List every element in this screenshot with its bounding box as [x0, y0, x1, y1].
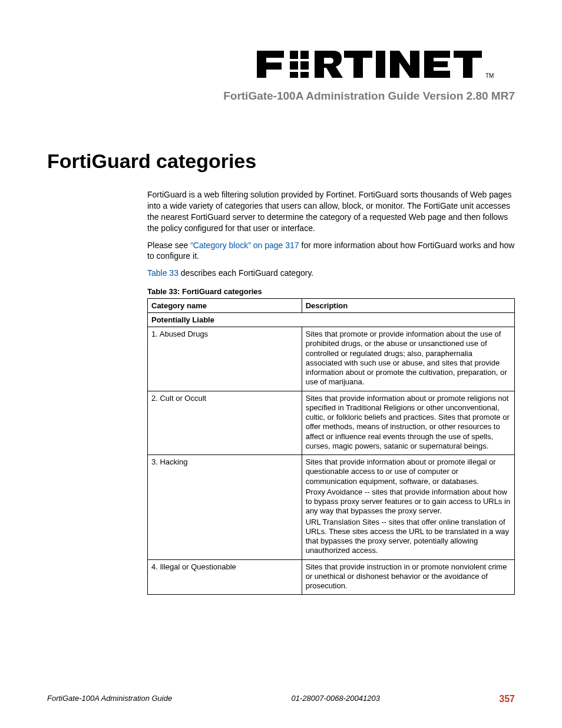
table-row: 3. Hacking Sites that provide informatio…: [148, 455, 515, 560]
table-section-label: Potentially Liable: [148, 313, 515, 327]
brand-logo: TM: [47, 47, 515, 84]
footer-page-number: 357: [499, 694, 515, 704]
table-row: 1. Abused Drugs Sites that promote or pr…: [148, 327, 515, 391]
table-caption: Table 33: FortiGuard categories: [147, 287, 515, 296]
category-desc-cell: Sites that promote or provide informatio…: [302, 327, 514, 391]
desc-text: URL Translation Sites -- sites that offe…: [306, 518, 511, 556]
svg-rect-5: [300, 72, 309, 78]
svg-rect-1: [300, 51, 309, 59]
category-block-link[interactable]: “Category block” on page 317: [190, 241, 299, 250]
document-title: FortiGate-100A Administration Guide Vers…: [47, 90, 515, 103]
see-also-paragraph: Please see “Category block” on page 317 …: [147, 240, 515, 262]
table-header-category: Category name: [148, 299, 302, 313]
category-name-cell: 3. Hacking: [148, 455, 302, 560]
categories-table: Category name Description Potentially Li…: [147, 298, 515, 595]
page-title: FortiGuard categories: [47, 150, 515, 173]
svg-rect-3: [300, 61, 309, 70]
table-section-row: Potentially Liable: [148, 313, 515, 327]
desc-text: Sites that provide information about or …: [306, 394, 511, 452]
table-row: 2. Cult or Occult Sites that provide inf…: [148, 391, 515, 455]
footer-left: FortiGate-100A Administration Guide: [47, 694, 172, 704]
page-footer: FortiGate-100A Administration Guide 01-2…: [47, 694, 515, 704]
svg-text:TM: TM: [485, 73, 494, 79]
category-name-cell: 2. Cult or Occult: [148, 391, 302, 455]
desc-text: Sites that provide instruction in or pro…: [306, 562, 511, 591]
fortinet-logo-icon: TM: [256, 47, 515, 81]
category-desc-cell: Sites that provide information about or …: [302, 391, 514, 455]
intro-paragraph: FortiGuard is a web filtering solution p…: [147, 189, 515, 234]
desc-text: Sites that provide information about or …: [306, 457, 511, 486]
table-row: 4. Illegal or Questionable Sites that pr…: [148, 559, 515, 595]
table-header-description: Description: [302, 299, 514, 313]
svg-rect-4: [290, 72, 298, 78]
footer-center: 01-28007-0068-20041203: [292, 694, 380, 704]
svg-rect-2: [290, 61, 298, 70]
category-name-cell: 1. Abused Drugs: [148, 327, 302, 391]
table-reference-paragraph: Table 33 describes each FortiGuard categ…: [147, 268, 515, 279]
desc-text: Proxy Avoidance -- sites that provide in…: [306, 487, 511, 516]
desc-text: Sites that promote or provide informatio…: [306, 330, 511, 387]
svg-rect-0: [290, 51, 298, 59]
table-ref-suffix: describes each FortiGuard category.: [178, 268, 313, 278]
category-desc-cell: Sites that provide instruction in or pro…: [302, 559, 514, 595]
svg-rect-6: [376, 51, 385, 78]
category-desc-cell: Sites that provide information about or …: [302, 455, 514, 560]
table-33-link[interactable]: Table 33: [147, 268, 178, 278]
see-prefix: Please see: [147, 241, 190, 250]
category-name-cell: 4. Illegal or Questionable: [148, 559, 302, 595]
